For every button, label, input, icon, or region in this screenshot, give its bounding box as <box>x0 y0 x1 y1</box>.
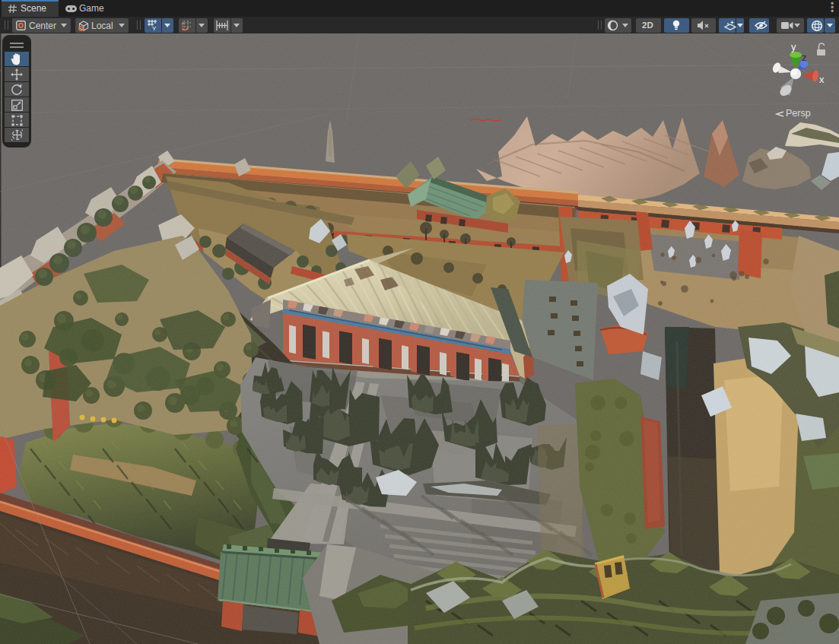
svg-text:y: y <box>791 41 796 52</box>
svg-text:Y: Y <box>152 25 157 30</box>
svg-text:Persp: Persp <box>786 108 811 119</box>
svg-text:x: x <box>819 74 825 85</box>
svg-text:z: z <box>802 52 807 63</box>
